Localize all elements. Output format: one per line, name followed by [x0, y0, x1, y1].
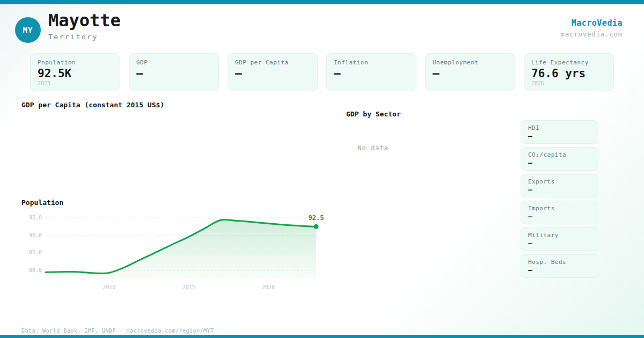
- indicator-label: CO₂/capita: [528, 151, 591, 158]
- indicator-value: —: [528, 186, 591, 194]
- indicator-card-hdi: HDI —: [521, 120, 598, 144]
- indicator-label: Hosp. Beds: [528, 259, 591, 266]
- indicator-value: —: [528, 212, 591, 221]
- population-area-chart-svg: 95.090.085.080.020102015202092.5: [21, 210, 327, 296]
- indicator-card-hospital-beds: Hosp. Beds —: [521, 254, 598, 278]
- svg-text:90.0: 90.0: [29, 232, 42, 238]
- stat-card-unemployment: Unemployment —: [425, 53, 515, 91]
- stat-card-gdp-per-capita: GDP per Capita —: [228, 53, 318, 91]
- indicator-label: Exports: [528, 178, 591, 185]
- stat-year: [235, 80, 310, 87]
- stat-label: Unemployment: [433, 59, 508, 66]
- stat-card-gdp: GDP —: [129, 53, 219, 91]
- gdp-per-capita-chart-title: GDP per Capita (constant 2015 US$): [21, 101, 164, 109]
- svg-text:92.5: 92.5: [309, 214, 324, 222]
- stat-label: GDP per Capita: [235, 59, 310, 66]
- svg-text:85.0: 85.0: [29, 249, 42, 255]
- region-type-subtitle: Territory: [48, 33, 121, 41]
- population-chart-title: Population: [21, 199, 63, 207]
- svg-text:2020: 2020: [262, 284, 275, 290]
- svg-text:80.0: 80.0: [29, 267, 42, 273]
- stat-year: [334, 80, 409, 87]
- stat-year: 2023: [38, 80, 113, 87]
- stat-label: Life Expectancy: [531, 59, 606, 66]
- footer-attribution: Data: World Bank, IMF, UNDP · macrovedia…: [21, 328, 214, 334]
- stat-value: 76.6 yrs: [531, 67, 606, 80]
- stat-label: Inflation: [334, 59, 409, 66]
- indicator-value: —: [528, 266, 591, 274]
- top-accent-bar: [0, 0, 644, 4]
- stats-row: Population 92.5K 2023 GDP — GDP per Capi…: [30, 53, 614, 91]
- stat-label: Population: [38, 59, 113, 66]
- indicator-value: —: [528, 239, 591, 247]
- stat-card-life-expectancy: Life Expectancy 76.6 yrs 2026: [524, 53, 614, 91]
- indicator-card-imports: Imports —: [521, 201, 598, 224]
- indicator-value: —: [528, 132, 591, 140]
- header-title-block: Mayotte Territory: [48, 11, 121, 41]
- indicator-card-co2: CO₂/capita —: [521, 147, 598, 171]
- indicator-label: HDI: [528, 124, 591, 131]
- bottom-accent-bar: [0, 335, 644, 338]
- indicator-label: Military: [528, 232, 591, 239]
- stat-value: 92.5K: [38, 67, 113, 80]
- stat-value: —: [136, 67, 211, 80]
- stat-card-inflation: Inflation —: [326, 53, 416, 91]
- brand-block: MacroVedia macrovedia.com: [561, 18, 623, 38]
- svg-text:95.0: 95.0: [29, 215, 42, 221]
- macrovedia-region-card: MY Mayotte Territory MacroVedia macroved…: [0, 0, 644, 338]
- svg-text:2010: 2010: [103, 284, 116, 290]
- indicator-label: Imports: [528, 205, 591, 212]
- sector-no-data-label: No data: [346, 144, 400, 152]
- stat-year: [136, 80, 211, 87]
- indicator-card-exports: Exports —: [521, 174, 598, 197]
- stat-value: —: [334, 67, 409, 80]
- gdp-by-sector-title: GDP by Sector: [346, 110, 401, 118]
- brand-name: MacroVedia: [561, 18, 623, 28]
- indicator-value: —: [528, 159, 591, 167]
- indicator-column: HDI — CO₂/capita — Exports — Imports — M…: [521, 120, 598, 278]
- country-code-badge: MY: [15, 17, 41, 43]
- stat-value: —: [433, 67, 508, 80]
- svg-text:2015: 2015: [182, 284, 195, 290]
- stat-label: GDP: [136, 59, 211, 66]
- page-title: Mayotte: [48, 11, 121, 30]
- stat-year: 2026: [531, 80, 606, 87]
- brand-domain: macrovedia.com: [561, 31, 623, 38]
- stat-value: —: [235, 67, 310, 80]
- population-chart: 95.090.085.080.020102015202092.5: [21, 210, 327, 296]
- stat-card-population: Population 92.5K 2023: [30, 53, 120, 91]
- indicator-card-military: Military —: [521, 227, 598, 251]
- stat-year: [433, 80, 508, 87]
